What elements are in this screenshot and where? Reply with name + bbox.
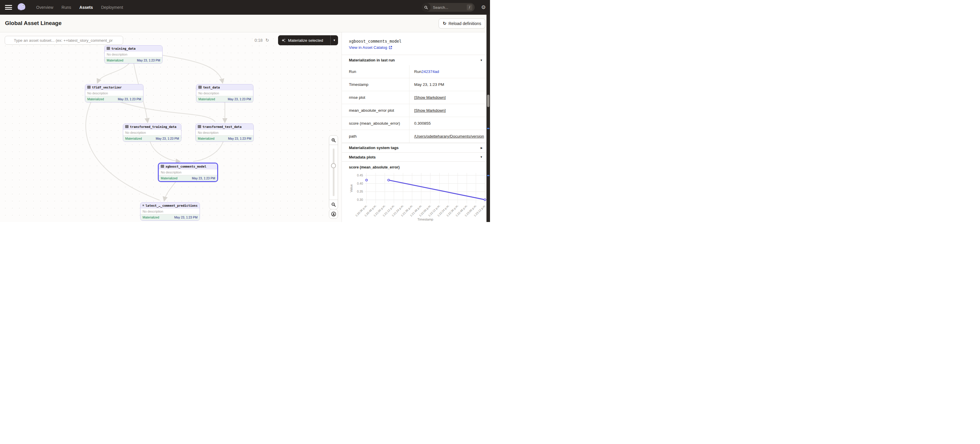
node-description: No description bbox=[196, 90, 253, 96]
metadata-row-score-mean-absolute-error-: score (mean_absolute_error)0.300855 bbox=[342, 117, 487, 130]
metadata-link[interactable]: /Users/odetteharary/Documents/version bbox=[414, 134, 484, 138]
asset-subset-input[interactable] bbox=[5, 36, 123, 45]
chart-section-label: score (mean_absolute_error) bbox=[349, 165, 399, 169]
asset-node-latest_comment_predictions[interactable]: latest_…_comment_predictionsNo descripti… bbox=[140, 202, 200, 221]
run-id-link[interactable]: 242374ad bbox=[422, 69, 439, 74]
node-footer: MaterializedMay 23, 1:23 PM bbox=[105, 57, 162, 63]
refresh-timer: 0:18 bbox=[255, 38, 262, 43]
table-icon bbox=[199, 86, 202, 89]
svg-text:Timestamp: Timestamp bbox=[417, 218, 433, 221]
node-footer: MaterializedMay 23, 1:23 PM bbox=[196, 96, 253, 102]
asset-details-panel: xgboost_comments_model View in Asset Cat… bbox=[342, 32, 487, 222]
table-icon bbox=[125, 125, 129, 128]
search-placeholder: Search... bbox=[433, 5, 448, 10]
node-footer: MaterializedMay 23, 1:23 PM bbox=[140, 214, 200, 220]
hamburger-menu-icon[interactable] bbox=[5, 5, 12, 10]
asset-node-test_data[interactable]: test_dataNo descriptionMaterializedMay 2… bbox=[196, 84, 253, 102]
refresh-icon: ↻ bbox=[443, 21, 447, 26]
search-input[interactable]: Search... / bbox=[422, 3, 475, 12]
svg-text:0.35: 0.35 bbox=[357, 189, 363, 193]
zoom-slider bbox=[329, 145, 338, 200]
asset-node-tfidf_vectorizer[interactable]: tfidf_vectorizerNo descriptionMaterializ… bbox=[85, 84, 143, 102]
chevron-right-icon: ▶ bbox=[480, 146, 483, 150]
zoom-out-button[interactable] bbox=[329, 200, 338, 209]
metadata-link[interactable]: [Show Markdown] bbox=[414, 108, 445, 113]
materialize-dropdown-caret[interactable]: ▼ bbox=[330, 35, 338, 45]
node-description: No description bbox=[85, 90, 143, 96]
nav-item-deployment[interactable]: Deployment bbox=[101, 5, 123, 10]
search-shortcut-badge: / bbox=[467, 5, 473, 10]
node-footer: MaterializedMay 23, 1:23 PM bbox=[123, 135, 181, 142]
nav-item-assets[interactable]: Assets bbox=[80, 5, 93, 10]
metadata-label: Timestamp bbox=[342, 78, 409, 91]
node-footer: MaterializedMay 23, 1:23 PM bbox=[196, 135, 253, 142]
metadata-label: rmse plot bbox=[342, 91, 409, 104]
node-status: Materialized bbox=[107, 59, 124, 62]
metadata-label: path bbox=[342, 130, 409, 143]
node-header: training_data bbox=[105, 46, 162, 51]
section-materialization-system-tags[interactable]: Materialization system tags ▶ bbox=[342, 143, 487, 152]
score-line-chart: 0.300.350.400.451:20:36 p.m.1:20:48 p.m.… bbox=[349, 170, 487, 222]
node-header: transformed_training_data bbox=[123, 124, 181, 130]
asset-node-xgboost_comments_model[interactable]: xgboost_comments_modelNo descriptionMate… bbox=[158, 162, 218, 182]
node-name: tfidf_vectorizer bbox=[92, 86, 122, 89]
node-name: transformed_training_data bbox=[130, 125, 177, 129]
reload-definitions-button[interactable]: ↻ Reload definitions bbox=[439, 19, 485, 29]
nav-items: OverviewRunsAssetsDeployment bbox=[36, 5, 123, 10]
node-timestamp: May 23, 1:23 PM bbox=[174, 215, 197, 219]
chevron-down-icon: ▼ bbox=[480, 156, 483, 159]
metadata-row-path: path/Users/odetteharary/Documents/versio… bbox=[342, 130, 487, 143]
asset-node-transformed_training_data[interactable]: transformed_training_dataNo descriptionM… bbox=[123, 124, 181, 142]
scrollbar-thumb[interactable] bbox=[487, 95, 489, 107]
zoom-in-button[interactable] bbox=[329, 135, 338, 145]
svg-text:0.40: 0.40 bbox=[357, 182, 363, 185]
node-timestamp: May 23, 1:23 PM bbox=[228, 137, 251, 140]
asset-title: xgboost_comments_model bbox=[349, 39, 401, 43]
metadata-row-run: RunRun 242374ad bbox=[342, 65, 487, 78]
window-scrollbar[interactable] bbox=[487, 15, 490, 222]
sparkle-icon bbox=[281, 38, 286, 43]
node-timestamp: May 23, 1:23 PM bbox=[156, 137, 179, 140]
nav-item-overview[interactable]: Overview bbox=[36, 5, 53, 10]
chevron-down-icon: ▼ bbox=[480, 59, 483, 62]
download-graph-button[interactable] bbox=[329, 209, 338, 219]
view-in-asset-catalog-link[interactable]: View in Asset Catalog bbox=[349, 45, 392, 50]
zoom-slider-track[interactable] bbox=[333, 148, 334, 196]
metadata-rows: RunRun 242374adTimestampMay 23, 1:23 PMr… bbox=[342, 65, 487, 143]
node-description: No description bbox=[140, 208, 200, 214]
run-prefix: Run bbox=[414, 69, 422, 74]
node-status: Materialized bbox=[143, 215, 159, 219]
materialize-selected-button[interactable]: Materialize selected ▼ bbox=[278, 35, 338, 45]
metadata-row-timestamp: TimestampMay 23, 1:23 PM bbox=[342, 78, 487, 91]
materialize-label: Materialize selected bbox=[288, 38, 323, 43]
node-timestamp: May 23, 1:23 PM bbox=[228, 97, 251, 101]
node-name: xgboost_comments_model bbox=[165, 165, 206, 168]
section-materialization-last-run[interactable]: Materialization in last run ▼ bbox=[342, 55, 487, 65]
node-name: transformed_test_data bbox=[202, 125, 242, 129]
table-icon bbox=[198, 125, 201, 128]
metadata-row-rmse-plot: rmse plot[Show Markdown] bbox=[342, 91, 487, 104]
node-status: Materialized bbox=[125, 137, 142, 140]
gear-icon[interactable]: ⚙ bbox=[481, 5, 486, 10]
table-icon bbox=[143, 204, 144, 207]
metadata-row-mean-absolute-error-plot: mean_absolute_error plot[Show Markdown] bbox=[342, 104, 487, 117]
asset-node-transformed_test_data[interactable]: transformed_test_dataNo descriptionMater… bbox=[196, 124, 254, 142]
node-footer: MaterializedMay 23, 1:23 PM bbox=[85, 96, 143, 102]
page-header: Global Asset Lineage ↻ Reload definition… bbox=[0, 15, 490, 32]
metadata-label: mean_absolute_error plot bbox=[342, 104, 409, 117]
section-metadata-plots[interactable]: Metadata plots ▼ bbox=[342, 152, 487, 162]
nav-item-runs[interactable]: Runs bbox=[61, 5, 71, 10]
metadata-link[interactable]: [Show Markdown] bbox=[414, 95, 445, 100]
zoom-slider-handle[interactable] bbox=[331, 163, 336, 168]
node-header: xgboost_comments_model bbox=[159, 164, 217, 169]
dagster-logo-icon[interactable] bbox=[16, 2, 27, 13]
node-description: No description bbox=[159, 169, 217, 175]
asset-node-training_data[interactable]: training_dataNo descriptionMaterializedM… bbox=[104, 45, 162, 64]
node-status: Materialized bbox=[87, 97, 104, 101]
node-description: No description bbox=[196, 130, 253, 135]
svg-text:0.45: 0.45 bbox=[357, 173, 363, 177]
node-footer: MaterializedMay 23, 1:23 PM bbox=[159, 175, 217, 181]
timer-refresh-icon[interactable]: ↻ bbox=[266, 38, 269, 43]
node-description: No description bbox=[105, 51, 162, 57]
node-header: test_data bbox=[196, 84, 253, 90]
